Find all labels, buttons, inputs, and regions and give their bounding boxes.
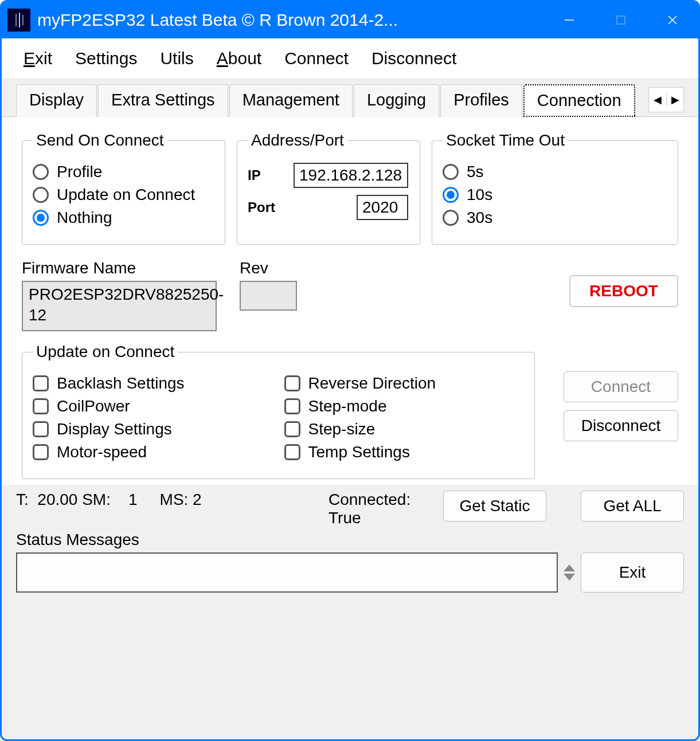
status-spinner[interactable] xyxy=(564,552,575,593)
checkbox-icon xyxy=(284,375,300,391)
check-temp-label: Temp Settings xyxy=(308,443,410,461)
close-button[interactable] xyxy=(647,2,698,38)
check-coilpower[interactable]: CoilPower xyxy=(33,397,273,415)
check-backlash-label: Backlash Settings xyxy=(57,374,185,393)
check-display-label: Display Settings xyxy=(57,420,172,438)
app-icon xyxy=(7,9,30,32)
radio-10s-label: 10s xyxy=(467,186,492,204)
socket-timeout-legend: Socket Time Out xyxy=(443,131,568,150)
ip-input[interactable]: 192.168.2.128 xyxy=(294,163,408,188)
radio-nothing-label: Nothing xyxy=(57,209,112,227)
checkbox-icon xyxy=(284,444,300,460)
group-socket-timeout: Socket Time Out 5s 10s 30s xyxy=(432,131,678,245)
radio-5s[interactable]: 5s xyxy=(443,163,667,181)
group-address-port: Address/Port IP 192.168.2.128 Port 2020 xyxy=(237,131,420,245)
check-temp-settings[interactable]: Temp Settings xyxy=(284,443,525,461)
radio-5s-label: 5s xyxy=(467,163,484,181)
tab-extra-settings[interactable]: Extra Settings xyxy=(98,84,228,117)
menu-connect[interactable]: Connect xyxy=(284,49,349,68)
window-title: myFP2ESP32 Latest Beta © R Brown 2014-2.… xyxy=(37,10,543,30)
checkbox-icon xyxy=(33,375,49,391)
menu-exit[interactable]: Exit xyxy=(24,49,52,68)
group-send-on-connect: Send On Connect Profile Update on Connec… xyxy=(22,131,225,245)
send-on-connect-legend: Send On Connect xyxy=(33,131,167,150)
rev-value xyxy=(240,281,297,311)
exit-button[interactable]: Exit xyxy=(581,552,684,593)
check-motor-label: Motor-speed xyxy=(57,443,147,461)
statusbar: T: 20.00 SM: 1 MS: 2 Connected: True Get… xyxy=(2,485,698,604)
radio-update-label: Update on Connect xyxy=(57,186,195,204)
radio-10s[interactable]: 10s xyxy=(443,186,667,204)
menu-settings[interactable]: Settings xyxy=(75,49,137,68)
radio-update-on-connect[interactable]: Update on Connect xyxy=(33,186,214,204)
get-static-button[interactable]: Get Static xyxy=(443,491,546,522)
check-step-mode[interactable]: Step-mode xyxy=(284,397,525,415)
checkbox-icon xyxy=(33,444,49,460)
spinner-up-icon[interactable] xyxy=(564,564,575,571)
connected-value: True xyxy=(329,509,432,527)
status-line: T: 20.00 SM: 1 MS: 2 xyxy=(16,491,317,509)
checkbox-icon xyxy=(284,421,300,437)
disconnect-button[interactable]: Disconnect xyxy=(564,410,678,441)
radio-nothing[interactable]: Nothing xyxy=(33,209,214,227)
titlebar: myFP2ESP32 Latest Beta © R Brown 2014-2.… xyxy=(2,2,698,38)
firmware-name-label: Firmware Name xyxy=(22,259,217,277)
tab-scroll-left-icon[interactable]: ◀ xyxy=(649,93,666,106)
checkbox-icon xyxy=(33,398,49,414)
tab-scroll[interactable]: ◀ ▶ xyxy=(648,87,684,112)
radio-dot-icon xyxy=(33,210,49,226)
radio-dot-icon xyxy=(443,210,459,226)
group-update-on-connect: Update on Connect Backlash Settings Coil… xyxy=(22,343,535,479)
check-stepmode-label: Step-mode xyxy=(308,397,387,415)
connect-button[interactable]: Connect xyxy=(564,371,678,402)
menubar: Exit Settings Utils About Connect Discon… xyxy=(2,38,698,79)
rev-label: Rev xyxy=(240,259,308,277)
maximize-button[interactable] xyxy=(595,2,647,38)
check-motor-speed[interactable]: Motor-speed xyxy=(33,443,273,461)
radio-profile[interactable]: Profile xyxy=(33,163,214,181)
port-label: Port xyxy=(248,199,282,215)
radio-dot-icon xyxy=(443,164,459,180)
address-port-legend: Address/Port xyxy=(248,131,347,150)
check-reverse-direction[interactable]: Reverse Direction xyxy=(284,374,525,393)
check-reverse-label: Reverse Direction xyxy=(308,374,436,393)
minimize-button[interactable] xyxy=(543,2,595,38)
radio-dot-icon xyxy=(443,187,459,203)
check-display-settings[interactable]: Display Settings xyxy=(33,420,273,438)
status-messages-label: Status Messages xyxy=(16,531,684,549)
checkbox-icon xyxy=(284,398,300,414)
menu-utils[interactable]: Utils xyxy=(160,49,193,68)
radio-dot-icon xyxy=(33,187,49,203)
tab-display[interactable]: Display xyxy=(16,84,97,117)
check-backlash[interactable]: Backlash Settings xyxy=(33,374,273,393)
ip-label: IP xyxy=(248,167,282,183)
get-all-button[interactable]: Get ALL xyxy=(581,491,684,522)
radio-dot-icon xyxy=(33,164,49,180)
tabbar: Display Extra Settings Management Loggin… xyxy=(2,79,698,116)
tab-scroll-right-icon[interactable]: ▶ xyxy=(666,93,683,106)
update-on-connect-legend: Update on Connect xyxy=(33,343,178,361)
radio-profile-label: Profile xyxy=(57,163,102,181)
firmware-name-value: PRO2ESP32DRV8825250-12 xyxy=(22,281,217,331)
connected-label: Connected: xyxy=(329,491,432,509)
check-step-size[interactable]: Step-size xyxy=(284,420,525,438)
check-coilpower-label: CoilPower xyxy=(57,397,130,415)
menu-about[interactable]: About xyxy=(217,49,261,68)
radio-30s-label: 30s xyxy=(467,209,492,227)
tab-profiles[interactable]: Profiles xyxy=(440,84,522,117)
check-stepsize-label: Step-size xyxy=(308,420,376,438)
status-messages-box[interactable] xyxy=(16,552,558,593)
port-input[interactable]: 2020 xyxy=(357,195,408,220)
checkbox-icon xyxy=(33,421,49,437)
spinner-down-icon[interactable] xyxy=(564,574,575,581)
tab-management[interactable]: Management xyxy=(229,84,353,117)
reboot-button[interactable]: REBOOT xyxy=(569,275,678,307)
svg-rect-4 xyxy=(617,16,625,24)
radio-30s[interactable]: 30s xyxy=(443,209,667,227)
menu-disconnect[interactable]: Disconnect xyxy=(371,49,456,68)
tab-logging[interactable]: Logging xyxy=(354,84,439,117)
tab-connection[interactable]: Connection xyxy=(523,84,635,117)
